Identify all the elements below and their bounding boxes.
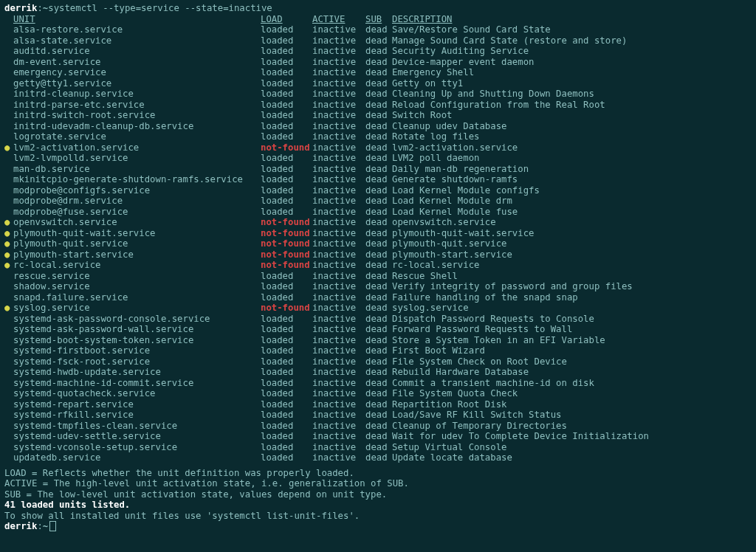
table-row: alsa-restore.serviceloadedinactivedeadSa… <box>4 24 752 35</box>
cell-unit: mkinitcpio-generate-shutdown-ramfs.servi… <box>13 174 261 185</box>
cell-sub: dead <box>365 410 392 421</box>
table-row: shadow.serviceloadedinactivedeadVerify i… <box>4 281 752 292</box>
cell-load: loaded <box>261 46 312 57</box>
table-row: ●rc-local.servicenot-foundinactivedeadrc… <box>4 260 752 271</box>
table-row: getty@tty1.serviceloadedinactivedeadGett… <box>4 78 752 89</box>
cell-load: loaded <box>261 378 312 389</box>
status-dot-icon <box>4 153 13 164</box>
status-dot-icon <box>4 388 13 399</box>
cell-unit: systemd-rfkill.service <box>13 410 261 421</box>
table-row: modprobe@drm.serviceloadedinactivedeadLo… <box>4 196 752 207</box>
cell-active: inactive <box>312 35 365 46</box>
cell-load: loaded <box>261 67 312 78</box>
cell-active: inactive <box>312 410 365 421</box>
cell-sub: dead <box>365 431 392 442</box>
status-dot-icon: ● <box>4 249 13 261</box>
table-row: man-db.serviceloadedinactivedeadDaily ma… <box>4 164 752 175</box>
cell-unit: initrd-switch-root.service <box>13 110 261 121</box>
cell-unit: modprobe@drm.service <box>13 196 261 207</box>
cell-active: inactive <box>312 431 365 442</box>
cell-active: inactive <box>312 228 365 239</box>
status-dot-icon <box>4 324 13 335</box>
cell-load: not-found <box>261 303 312 314</box>
cell-load: loaded <box>261 110 312 121</box>
cell-load: loaded <box>261 100 312 111</box>
table-row: ●plymouth-start.servicenot-foundinactive… <box>4 249 752 261</box>
cell-sub: dead <box>365 185 392 196</box>
cell-unit: systemd-repart.service <box>13 399 261 410</box>
cell-desc: Generate shutdown-ramfs <box>392 174 518 185</box>
status-dot-icon: ● <box>4 217 13 228</box>
status-dot-icon <box>4 89 13 100</box>
cell-active: inactive <box>312 110 365 121</box>
cell-active: inactive <box>312 67 365 78</box>
cell-active: inactive <box>312 367 365 378</box>
table-row: ●plymouth-quit.servicenot-foundinactived… <box>4 238 752 249</box>
cell-unit: lvm2-activation.service <box>13 142 261 153</box>
table-row: systemd-udev-settle.serviceloadedinactiv… <box>4 431 752 442</box>
cell-sub: dead <box>365 153 392 164</box>
table-row: logrotate.serviceloadedinactivedeadRotat… <box>4 131 752 142</box>
status-dot-icon <box>4 24 13 35</box>
legend-hint: To show all installed unit files use 'sy… <box>4 511 752 522</box>
cell-active: inactive <box>312 314 365 325</box>
cell-active: inactive <box>312 131 365 142</box>
terminal[interactable]: derrik:~ systemctl --type=service --stat… <box>0 0 756 535</box>
cell-sub: dead <box>365 217 392 228</box>
table-row: initrd-udevadm-cleanup-db.serviceloadedi… <box>4 121 752 132</box>
cell-sub: dead <box>365 78 392 89</box>
cell-desc: Rescue Shell <box>392 271 458 282</box>
table-row: modprobe@fuse.serviceloadedinactivedeadL… <box>4 207 752 218</box>
cell-desc: Repartition Root Disk <box>392 399 506 410</box>
cell-unit: updatedb.service <box>13 452 261 463</box>
cell-active: inactive <box>312 153 365 164</box>
status-dot-icon <box>4 207 13 218</box>
cell-load: not-found <box>261 217 312 228</box>
cell-unit: systemd-udev-settle.service <box>13 431 261 442</box>
cell-load: loaded <box>261 174 312 185</box>
status-dot-icon <box>4 335 13 346</box>
cell-unit: shadow.service <box>13 281 261 292</box>
status-dot-icon <box>4 271 13 282</box>
cell-active: inactive <box>312 356 365 368</box>
cell-desc: Emergency Shell <box>392 67 474 78</box>
cell-active: inactive <box>312 388 365 399</box>
cell-load: loaded <box>261 24 312 35</box>
table-row: systemd-hwdb-update.serviceloadedinactiv… <box>4 367 752 378</box>
cell-unit: getty@tty1.service <box>13 78 261 89</box>
status-dot-icon <box>4 378 13 389</box>
table-row: systemd-fsck-root.serviceloadedinactived… <box>4 356 752 368</box>
cell-load: loaded <box>261 57 312 68</box>
status-dot-icon <box>4 367 13 378</box>
status-dot-icon <box>4 345 13 356</box>
cell-active: inactive <box>312 324 365 335</box>
cell-unit: snapd.failure.service <box>13 292 261 303</box>
cell-sub: dead <box>365 378 392 389</box>
legend: LOAD = Reflects whether the unit definit… <box>4 468 752 522</box>
cell-load: loaded <box>261 89 312 100</box>
cell-unit: systemd-fsck-root.service <box>13 356 261 368</box>
cell-load: not-found <box>261 238 312 249</box>
status-dot-icon <box>4 35 13 46</box>
cell-desc: Load Kernel Module fuse <box>392 207 518 218</box>
cell-load: loaded <box>261 335 312 346</box>
table-row: initrd-parse-etc.serviceloadedinactivede… <box>4 100 752 111</box>
command-text: systemctl --type=service --state=inactiv… <box>48 3 272 14</box>
cell-sub: dead <box>365 421 392 432</box>
prompt-line: derrik:~ systemctl --type=service --stat… <box>4 3 752 14</box>
cell-unit: auditd.service <box>13 46 261 57</box>
cell-active: inactive <box>312 303 365 314</box>
cell-unit: plymouth-quit.service <box>13 238 261 249</box>
cell-unit: rc-local.service <box>13 260 261 271</box>
cell-sub: dead <box>365 196 392 207</box>
prompt-line-2[interactable]: derrik:~ <box>4 521 752 532</box>
status-dot-icon <box>4 185 13 196</box>
cell-sub: dead <box>365 110 392 121</box>
cell-unit: man-db.service <box>13 164 261 175</box>
cell-active: inactive <box>312 335 365 346</box>
prompt-user: derrik <box>4 3 37 14</box>
cell-load: loaded <box>261 281 312 292</box>
cell-load: loaded <box>261 388 312 399</box>
cell-load: not-found <box>261 142 312 153</box>
cell-desc: Reload Configuration from the Real Root <box>392 100 605 111</box>
